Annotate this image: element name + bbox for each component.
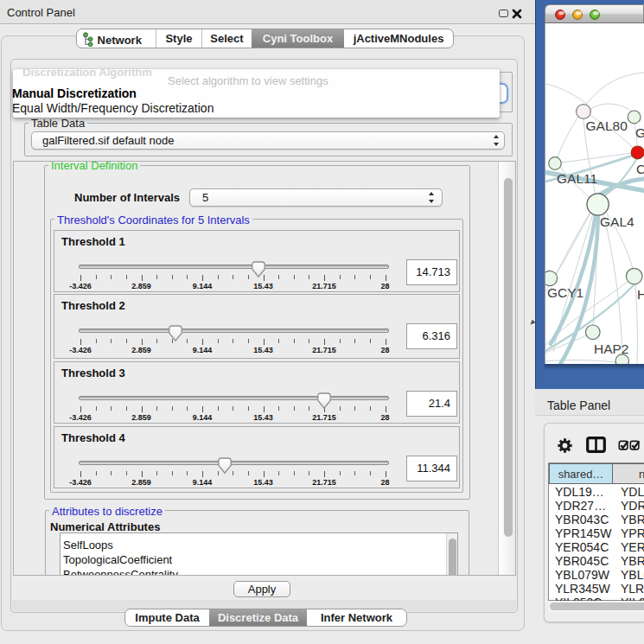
svg-text:HAP2: HAP2 [594, 341, 629, 356]
svg-text:GCY1: GCY1 [547, 285, 583, 300]
svg-text:H: H [637, 287, 644, 302]
svg-text:GAL80: GAL80 [586, 118, 628, 133]
svg-text:GAL11: GAL11 [557, 171, 597, 186]
svg-text:GAL4: GAL4 [600, 214, 634, 229]
svg-text:C: C [636, 162, 644, 176]
svg-text:GA: GA [635, 125, 644, 140]
